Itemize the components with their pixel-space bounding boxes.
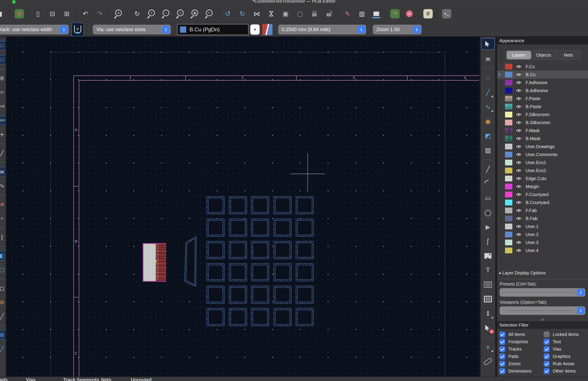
separator[interactable] (127, 9, 128, 19)
footprint-zone-square[interactable] (207, 263, 225, 281)
layer-row[interactable]: B.Cu (497, 71, 588, 79)
zone-diagonal-icon[interactable]: ≡ (0, 198, 6, 211)
separator[interactable] (109, 9, 109, 19)
eye-icon[interactable] (515, 183, 523, 190)
footprint-zone-square[interactable] (207, 286, 225, 304)
footprint-zone-square[interactable] (229, 286, 247, 304)
layer-color-swatch[interactable] (505, 208, 512, 213)
footprint-zone-square[interactable] (251, 286, 269, 304)
eye-icon[interactable] (515, 215, 523, 222)
viewer-3d-icon[interactable] (371, 9, 381, 19)
flip-vertical-icon[interactable]: ⋈ (252, 9, 262, 19)
checkbox[interactable] (499, 339, 505, 345)
separator[interactable] (483, 68, 492, 69)
All items[interactable]: All items (499, 331, 544, 338)
board-setup-icon[interactable]: ⚙ (14, 9, 24, 19)
rotate-ccw-icon[interactable]: ↺ (223, 9, 233, 19)
layer-color-swatch[interactable] (505, 216, 512, 221)
units-mils-icon[interactable]: mil (0, 102, 6, 111)
footprint-zone-square[interactable] (296, 308, 314, 326)
eye-icon[interactable] (515, 199, 523, 206)
Zones[interactable]: Zones (499, 360, 544, 367)
via-display-icon[interactable]: ⊘ (0, 298, 6, 307)
checkbox[interactable] (499, 361, 505, 367)
units-inches-icon[interactable]: in (0, 88, 6, 97)
schematic-editor-icon[interactable]: # (423, 9, 433, 19)
eye-icon[interactable] (515, 143, 523, 150)
separator[interactable] (28, 9, 29, 19)
separator[interactable] (0, 325, 5, 326)
separator[interactable] (483, 160, 492, 160)
eye-icon[interactable] (515, 247, 523, 254)
eye-icon[interactable] (515, 231, 523, 238)
eye-icon[interactable] (515, 79, 523, 86)
footprint-zone-square[interactable] (273, 263, 292, 281)
footprint-zone-square[interactable] (296, 219, 314, 237)
separator[interactable] (76, 9, 76, 19)
add-table-icon[interactable] (483, 294, 493, 304)
curved-ratsnest-icon[interactable]: ∿ (0, 181, 6, 190)
copper-zone-outline[interactable] (183, 235, 199, 289)
Pads[interactable]: Pads (499, 353, 544, 360)
layer-row[interactable]: B.Fab (497, 214, 588, 223)
zoom-fit-objects-icon[interactable]: ▣ (190, 9, 200, 19)
layer-pair-icon[interactable] (262, 24, 273, 35)
layer-display-options[interactable]: ▶ Layer Display Options (499, 270, 546, 275)
footprint-zone-square[interactable] (251, 308, 269, 326)
separator[interactable] (0, 143, 5, 144)
layer-row[interactable]: B.Adhesive (497, 87, 588, 95)
layer-color-swatch[interactable] (505, 247, 512, 253)
library-browser-icon[interactable]: ▥ (357, 9, 367, 19)
zoom-out-icon[interactable]: − (161, 9, 171, 19)
add-zone-icon[interactable]: ◩ (483, 131, 493, 140)
measure-icon[interactable] (483, 357, 493, 366)
checkbox[interactable] (544, 354, 550, 359)
viewports-dropdown[interactable]: ▲▼ (500, 306, 585, 315)
footprint-zone-square[interactable] (273, 219, 292, 237)
layer-color-swatch[interactable] (505, 232, 512, 237)
cursor-style-icon[interactable]: + (0, 130, 6, 139)
checkbox[interactable] (499, 368, 505, 374)
unlock-icon[interactable] (324, 9, 334, 19)
refresh-icon[interactable]: ↻ (132, 9, 142, 19)
layer-row[interactable]: User.4 (497, 247, 588, 254)
layer-color-swatch[interactable] (505, 104, 512, 110)
connector-fab-body[interactable] (143, 244, 156, 281)
plot-icon[interactable]: ⊞ (62, 9, 72, 19)
layer-color-swatch[interactable] (505, 152, 512, 157)
layer-color-swatch[interactable] (505, 184, 512, 189)
stepper-icon[interactable]: ▲▼ (162, 26, 170, 33)
layer-row[interactable]: B.Courtyard (497, 199, 588, 206)
draw-circle-icon[interactable]: ◯ (483, 208, 493, 217)
footprint-zone-square[interactable] (296, 241, 314, 259)
footprint-zone-square[interactable] (229, 241, 247, 259)
flip-horizontal-icon[interactable]: ⋈ (266, 9, 276, 19)
eye-icon[interactable] (515, 135, 523, 142)
separator[interactable] (0, 227, 5, 228)
stepper-icon[interactable]: ▲▼ (413, 26, 420, 33)
eye-icon[interactable] (515, 71, 523, 78)
find-icon[interactable]: A (113, 9, 124, 19)
delete-tool-icon[interactable] (483, 323, 493, 333)
layer-color-swatch[interactable] (505, 224, 512, 229)
update-pcb-icon[interactable]: ↷ (390, 9, 400, 19)
draw-polygon-icon[interactable]: ▶ (483, 222, 493, 232)
add-footprint-icon[interactable]: ∷ (483, 73, 493, 83)
checkbox[interactable] (544, 368, 550, 374)
eye-icon[interactable] (515, 111, 523, 118)
track-display-icon[interactable]: ╱ (0, 312, 6, 321)
Footprints[interactable]: Footprints (499, 338, 544, 345)
layer-color-swatch[interactable] (505, 112, 512, 117)
separator[interactable] (437, 9, 437, 19)
grid-settings-icon[interactable]: ∷ (0, 55, 6, 64)
grid-visibility-icon[interactable]: ∷ (0, 41, 6, 50)
separator[interactable] (418, 9, 419, 19)
layer-color-swatch[interactable] (505, 240, 512, 245)
layer-row[interactable]: User.2 (497, 230, 588, 238)
Text[interactable]: Text (544, 338, 587, 345)
Tracks[interactable]: Tracks (499, 345, 544, 353)
checkbox[interactable] (544, 339, 550, 345)
checkbox[interactable] (499, 332, 505, 337)
eye-icon[interactable] (515, 119, 523, 126)
footprint-zone-square[interactable] (207, 196, 225, 214)
